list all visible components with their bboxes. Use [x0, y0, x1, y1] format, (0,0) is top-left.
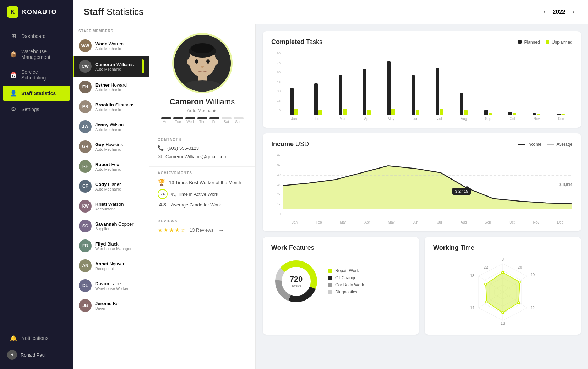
svg-text:14: 14	[470, 305, 474, 310]
income-month-label: Dec	[548, 220, 572, 224]
staff-item[interactable]: EH Esther Howard Auto Mechanic	[73, 77, 149, 97]
sidebar-nav: ⊞Dashboard📦Warehouse Management📅Service …	[0, 24, 73, 324]
email-address: CameronWilliams@gmail.com	[165, 154, 227, 159]
review-row: ★★★★☆ 13 Reviews →	[158, 227, 247, 233]
prev-year-button[interactable]: ‹	[540, 7, 548, 16]
staff-item[interactable]: RF Robert Fox Auto Mechanic	[73, 156, 149, 176]
completed-tasks-legend: Planned Unplanned	[518, 40, 572, 45]
legend-label: Car Body Work	[335, 282, 364, 287]
working-time-card: Working Time	[425, 237, 581, 335]
svg-point-5	[214, 59, 218, 65]
planned-bar	[557, 114, 561, 115]
sidebar-label-warehouse: Warehouse Management	[21, 49, 63, 60]
staff-name: Wade Warren	[95, 41, 124, 46]
unplanned-bar	[416, 110, 419, 115]
bar-wrap	[533, 58, 540, 115]
income-month-label: Oct	[500, 220, 524, 224]
bar-group	[307, 58, 330, 115]
notifications-item[interactable]: 🔔 Notifications	[3, 330, 70, 346]
week-day-bar	[197, 117, 207, 119]
work-features-title: Work Features	[271, 244, 410, 252]
income-month-label: Jul	[428, 220, 452, 224]
svg-text:20: 20	[518, 265, 522, 269]
bar-wrap	[290, 58, 298, 115]
staff-item[interactable]: JB Jerome Bell Driver	[73, 296, 149, 315]
sidebar-item-dashboard[interactable]: ⊞Dashboard	[3, 28, 70, 44]
sidebar-item-warehouse[interactable]: 📦Warehouse Management	[3, 44, 70, 64]
svg-point-27	[502, 312, 504, 314]
staff-avatar: KW	[79, 200, 92, 213]
profile-top: Cameron Williams Auto Mechanic MonTueWed…	[149, 24, 255, 133]
bell-icon: 🔔	[10, 335, 17, 341]
page-title-light: Statistics	[107, 6, 143, 17]
staff-name: Brooklin Simmons	[95, 102, 135, 108]
sidebar-item-settings[interactable]: ⚙Settings	[3, 101, 70, 117]
income-chart-labels: JanFebMarAprMayJunJulAugSepOctNovDec	[283, 220, 572, 224]
week-day-label: Sat	[224, 120, 229, 124]
bar-month-label: Oct	[501, 117, 524, 121]
staff-item[interactable]: BS Brooklin Simmons Auto Mechanic	[73, 97, 149, 117]
working-time-title-bold: Working	[433, 244, 459, 251]
legend-color	[328, 269, 332, 273]
staff-info: Kristi Watson Accountant	[95, 202, 124, 211]
staff-info: Jenny Wilson Auto Mechanic	[95, 122, 124, 132]
staff-item[interactable]: CF Cody Fisher Auto Mechanic	[73, 176, 149, 196]
staff-item[interactable]: CW Cameron Williams Auto Mechanic	[73, 56, 149, 77]
week-day-sat: Sat	[222, 117, 232, 124]
svg-point-28	[486, 301, 488, 303]
reviews-arrow[interactable]: →	[218, 227, 224, 233]
week-day-label: Fri	[212, 120, 217, 124]
svg-text:22: 22	[484, 265, 488, 269]
profile-first-name: Cameron	[170, 97, 203, 106]
best-worker-achievement: 🏆 13 Times Best Worker of the Month	[158, 178, 247, 186]
svg-point-8	[201, 66, 204, 68]
planned-bar	[363, 69, 366, 115]
current-year: 2022	[552, 9, 565, 15]
staff-info: Wade Warren Auto Mechanic	[95, 41, 124, 51]
staff-list-header: Staff Members	[73, 24, 149, 36]
unplanned-bar	[561, 114, 565, 115]
week-day-bar	[222, 117, 232, 119]
staff-name: Savannah Copper	[95, 221, 134, 227]
bar-chart-y-axis: 90 75 60 45 30 15 0	[271, 51, 282, 112]
bar-group	[501, 58, 524, 115]
bar-group	[477, 58, 500, 115]
bar-group	[380, 58, 402, 115]
staff-name: Fliyd Black	[95, 241, 131, 247]
bar-group	[404, 58, 427, 115]
staff-avatar: BS	[79, 100, 92, 113]
week-day-mon: Mon	[161, 117, 171, 124]
bar-chart-labels: JanFebMarAprMayJunJulAugSepOctNovDec	[283, 117, 572, 121]
staff-item[interactable]: KW Kristi Watson Accountant	[73, 196, 149, 216]
svg-point-25	[519, 281, 521, 283]
next-year-button[interactable]: ›	[570, 7, 577, 16]
income-month-label: Mar	[331, 220, 355, 224]
staff-item[interactable]: FB Fliyd Black Warehouse Manager	[73, 236, 149, 256]
planned-bar	[339, 75, 342, 115]
staff-item[interactable]: WW Wade Warren Auto Mechanic	[73, 36, 149, 56]
income-header: Income USD Income Average	[271, 141, 572, 148]
sidebar-item-staff[interactable]: 👤Staff Statistics	[3, 86, 70, 101]
unplanned-bar	[318, 110, 322, 115]
svg-point-6	[195, 59, 198, 64]
staff-item[interactable]: AN Annet Nguyen Receptionist	[73, 256, 149, 276]
bar-month-label: May	[380, 117, 402, 121]
svg-text:10: 10	[530, 272, 535, 277]
staff-name: Jenny Wilson	[95, 122, 124, 127]
income-area	[283, 166, 572, 209]
staff-item[interactable]: DL Davon Lane Warehouse Worker	[73, 276, 149, 296]
staff-item[interactable]: JW Jenny Wilson Auto Mechanic	[73, 117, 149, 137]
working-time-title: Working Time	[433, 244, 572, 252]
income-month-label: May	[379, 220, 403, 224]
staff-item[interactable]: SC Savannah Copper Supplier	[73, 216, 149, 236]
bar-month-label: Apr	[355, 117, 378, 121]
avg-line-legend	[547, 144, 554, 145]
staff-avatar: FB	[79, 239, 92, 252]
sidebar-item-scheduling[interactable]: 📅Service Scheduling	[3, 65, 70, 85]
app-logo[interactable]: K KONAUTO	[0, 0, 73, 24]
staff-avatar: CF	[79, 180, 92, 193]
staff-item[interactable]: GH Guy Howkins Auto Mechanic	[73, 137, 149, 156]
staff-info: Fliyd Black Warehouse Manager	[95, 241, 131, 251]
staff-icon: 👤	[10, 90, 17, 97]
page-title-bold: Staff	[83, 6, 107, 17]
